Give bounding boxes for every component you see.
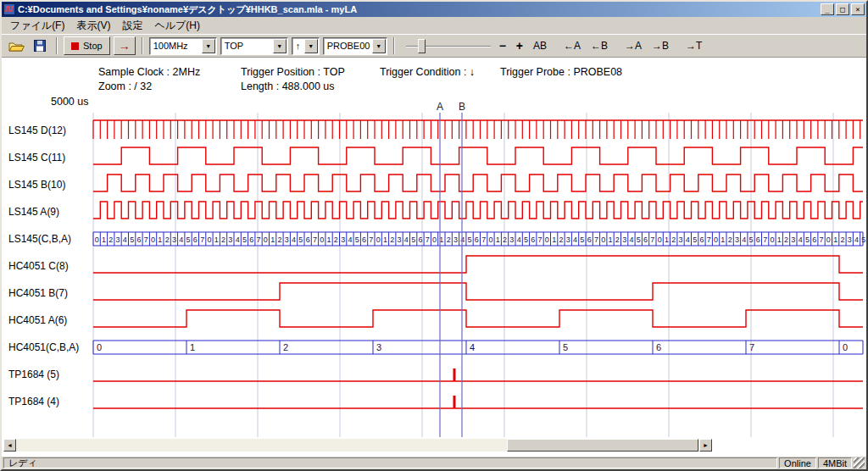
- toolbar: Stop → 100MHz ▼ TOP ▼ ↑ ▼ PROBE00 ▼ − + …: [2, 34, 866, 58]
- window-title: C:¥Documents and Settings¥noname¥デスクトップ¥…: [18, 3, 818, 16]
- minimize-button[interactable]: _: [821, 3, 834, 15]
- sample-clock-select[interactable]: 100MHz ▼: [149, 37, 217, 55]
- channel-label-hc4051-bus: HC4051(C,B,A): [8, 341, 93, 353]
- status-ready-text: レディ: [8, 457, 37, 469]
- zoom-out-button[interactable]: −: [496, 36, 509, 55]
- waveform-area[interactable]: [2, 58, 866, 457]
- open-folder-icon: [8, 41, 25, 52]
- horizontal-scrollbar[interactable]: ◄ ►: [3, 439, 712, 452]
- channel-label-ls145-d: LS145 D(12): [8, 125, 93, 136]
- move-cursor-b-button[interactable]: →B: [648, 36, 672, 55]
- chevron-down-icon[interactable]: ▼: [304, 39, 318, 53]
- trigger-position-select[interactable]: TOP ▼: [220, 37, 288, 55]
- stop-icon: [71, 42, 79, 50]
- trigger-probe-select[interactable]: PROBE00 ▼: [323, 37, 387, 55]
- menu-item-view[interactable]: 表示(V): [70, 17, 116, 35]
- channel-label-tp1684-4: TP1684 (4): [8, 396, 93, 407]
- menu-bar: ファイル(F) 表示(V) 設定 ヘルプ(H): [2, 17, 866, 34]
- trigger-position-value: TOP: [221, 41, 272, 51]
- trigger-probe-info: Trigger Probe : PROBE08: [500, 66, 622, 78]
- status-memory-text: 4MBit: [823, 458, 847, 468]
- sample-clock-info: Sample Clock : 2MHz: [98, 66, 200, 78]
- channel-label-ls145-c: LS145 C(11): [8, 152, 93, 163]
- scroll-right-button[interactable]: ►: [699, 439, 712, 452]
- scroll-left-button[interactable]: ◄: [3, 439, 16, 452]
- toolbar-separator: [56, 37, 58, 54]
- time-scale-label: 5000 us: [51, 96, 88, 108]
- trigger-probe-value: PROBE00: [324, 41, 371, 51]
- run-arrow-icon: →: [119, 40, 131, 52]
- menu-item-file[interactable]: ファイル(F): [4, 17, 70, 35]
- trigger-position-info: Trigger Position : TOP: [241, 66, 345, 78]
- channel-label-hc4051-a: HC4051 A(6): [8, 314, 93, 326]
- trigger-edge-value: ↑: [292, 41, 303, 51]
- channel-label-hc4051-c: HC4051 C(8): [8, 260, 93, 272]
- goto-cursor-b-button[interactable]: ←B: [587, 36, 611, 55]
- menu-item-settings[interactable]: 設定: [116, 17, 148, 35]
- status-bar: レディ Online 4MBit: [2, 457, 866, 469]
- status-message: レディ: [3, 457, 777, 468]
- channel-label-hc4051-b: HC4051 B(7): [8, 287, 93, 299]
- menu-item-help[interactable]: ヘルプ(H): [148, 17, 206, 35]
- run-button[interactable]: →: [114, 36, 136, 55]
- goto-cursor-a-button[interactable]: ←A: [560, 36, 584, 55]
- app-window: C:¥Documents and Settings¥noname¥デスクトップ¥…: [0, 0, 868, 471]
- close-button[interactable]: ×: [851, 3, 865, 15]
- zoom-slider-thumb[interactable]: [418, 39, 426, 53]
- title-bar[interactable]: C:¥Documents and Settings¥noname¥デスクトップ¥…: [2, 2, 866, 17]
- status-online: Online: [779, 457, 816, 468]
- channel-label-ls145-b: LS145 B(10): [8, 179, 93, 191]
- resize-grip[interactable]: [854, 457, 865, 468]
- app-icon: [3, 3, 15, 15]
- zoom-info: Zoom : / 32: [98, 80, 152, 92]
- scrollbar-thumb[interactable]: [507, 439, 698, 452]
- goto-trigger-button[interactable]: →T: [682, 36, 705, 55]
- zoom-slider[interactable]: [404, 37, 492, 55]
- channel-label-ls145-bus: LS145(C,B,A): [8, 233, 93, 245]
- open-file-button[interactable]: [6, 36, 26, 55]
- floppy-icon: [34, 40, 46, 52]
- sample-clock-value: 100MHz: [150, 41, 201, 51]
- stop-label: Stop: [83, 41, 103, 51]
- status-memory: 4MBit: [818, 457, 852, 468]
- chevron-down-icon[interactable]: ▼: [372, 39, 386, 53]
- channel-label-ls145-a: LS145 A(9): [8, 206, 93, 218]
- trigger-edge-select[interactable]: ↑ ▼: [292, 37, 320, 55]
- move-cursor-a-button[interactable]: →A: [621, 36, 645, 55]
- chevron-down-icon[interactable]: ▼: [273, 39, 287, 53]
- channel-label-tp1684-5: TP1684 (5): [8, 368, 93, 380]
- stop-button[interactable]: Stop: [64, 36, 110, 55]
- toolbar-separator: [142, 37, 143, 54]
- toolbar-separator: [393, 37, 395, 54]
- length-info: Length : 488.000 us: [241, 80, 335, 92]
- maximize-button[interactable]: □: [836, 3, 849, 15]
- trigger-condition-info: Trigger Condition : ↓: [380, 66, 475, 78]
- save-button[interactable]: [30, 36, 50, 55]
- cursor-ab-button[interactable]: AB: [530, 36, 550, 55]
- status-online-text: Online: [784, 458, 811, 468]
- zoom-in-button[interactable]: +: [513, 36, 526, 55]
- chevron-down-icon[interactable]: ▼: [202, 39, 215, 53]
